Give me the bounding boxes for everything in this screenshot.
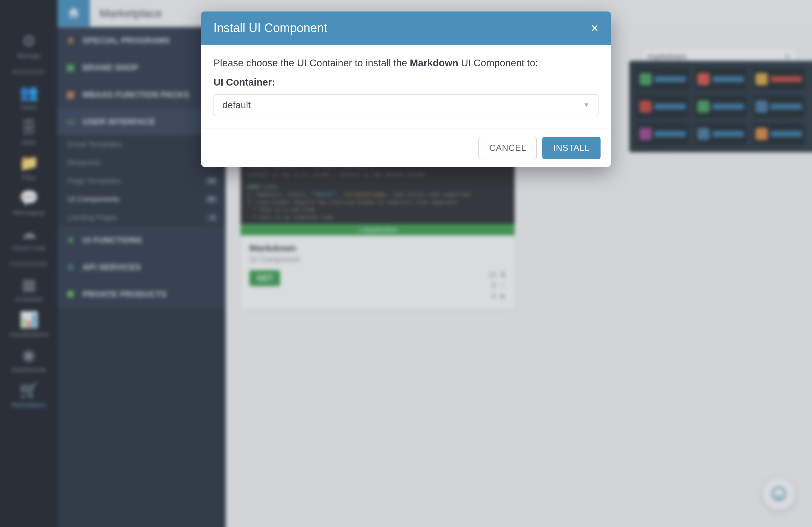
cancel-button[interactable]: CANCEL xyxy=(478,137,537,159)
modal-title: Install UI Component xyxy=(214,21,327,35)
prompt-suffix: UI Component to: xyxy=(459,58,538,68)
prompt-prefix: Please choose the UI Container to instal… xyxy=(214,58,410,68)
container-label: UI Container: xyxy=(214,75,598,90)
install-modal: Install UI Component × Please choose the… xyxy=(201,12,611,167)
install-button[interactable]: INSTALL xyxy=(542,137,600,159)
ui-container-select[interactable]: default ▼ xyxy=(214,94,598,116)
modal-footer: CANCEL INSTALL xyxy=(201,129,611,167)
modal-body: Please choose the UI Container to instal… xyxy=(201,45,611,129)
select-value: default xyxy=(222,98,251,112)
component-name: Markdown xyxy=(410,58,458,68)
modal-prompt: Please choose the UI Container to instal… xyxy=(214,56,598,71)
chevron-down-icon: ▼ xyxy=(583,100,590,110)
close-icon[interactable]: × xyxy=(591,21,598,34)
modal-header: Install UI Component × xyxy=(201,12,611,45)
